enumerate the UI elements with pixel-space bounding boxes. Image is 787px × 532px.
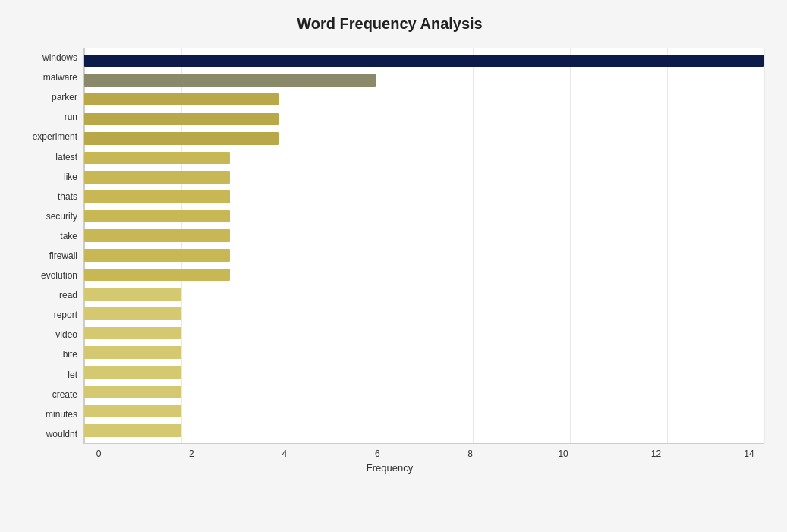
bar [84, 152, 230, 165]
x-axis-label: 10 [548, 449, 578, 459]
y-label: latest [55, 153, 77, 162]
y-label: parker [52, 93, 77, 102]
y-label: video [55, 330, 77, 339]
y-label: windows [42, 53, 77, 62]
bar [84, 405, 181, 417]
y-label: report [54, 310, 77, 320]
bar-row [84, 71, 764, 90]
y-label: experiment [33, 132, 77, 141]
bar [84, 55, 764, 68]
y-label: thats [58, 192, 77, 201]
bar [84, 74, 376, 87]
bar-row [84, 285, 764, 304]
bar [84, 171, 230, 184]
bar-row [84, 168, 764, 187]
y-labels: windowsmalwareparkerrunexperimentlatestl… [15, 48, 83, 444]
bar-row [84, 187, 764, 207]
y-label: run [65, 112, 77, 121]
x-axis-label: 12 [641, 449, 672, 459]
bar-row [84, 51, 764, 71]
bar-row [84, 323, 764, 343]
y-label: create [52, 390, 77, 399]
y-label: minutes [46, 410, 77, 419]
bars-and-grid [83, 48, 764, 444]
bar-row [84, 420, 764, 440]
bar-row [84, 148, 764, 168]
y-label: let [68, 370, 77, 379]
bar-row [84, 109, 764, 129]
y-label: evolution [41, 271, 77, 280]
bar-row [84, 90, 764, 109]
bar [84, 132, 279, 145]
plot-area: windowsmalwareparkerrunexperimentlatestl… [15, 48, 764, 444]
bars-wrapper [84, 48, 764, 443]
bar [84, 366, 181, 379]
bar-row [84, 265, 764, 285]
bar [84, 113, 279, 126]
bar [84, 346, 181, 359]
bar-row [84, 226, 764, 246]
x-axis-label: 4 [269, 449, 300, 459]
x-axis-label: 2 [176, 449, 206, 459]
bar-row [84, 304, 764, 324]
y-label: firewall [49, 251, 77, 260]
y-label: wouldnt [46, 430, 77, 439]
y-label: read [59, 291, 77, 300]
bar [84, 229, 230, 242]
chart-area: windowsmalwareparkerrunexperimentlatestl… [15, 48, 764, 474]
x-axis-label: 6 [362, 449, 392, 459]
y-label: security [46, 212, 77, 221]
bar-row [84, 401, 764, 421]
bar-row [84, 343, 764, 363]
y-label: malware [43, 73, 77, 82]
bar [84, 269, 230, 282]
bar [84, 327, 181, 340]
bar [84, 288, 181, 301]
chart-title: Word Frequency Analysis [15, 15, 764, 33]
bar-row [84, 129, 764, 149]
y-label: like [64, 172, 77, 181]
bar-row [84, 363, 764, 382]
x-axis-label: 0 [83, 449, 114, 459]
bar [84, 424, 181, 437]
grid-line [764, 48, 765, 443]
bar [84, 249, 230, 262]
y-label: bite [63, 350, 77, 359]
bar [84, 190, 230, 203]
chart-container: Word Frequency Analysis windowsmalwarepa… [0, 0, 787, 532]
bar [84, 93, 279, 106]
bar [84, 386, 181, 398]
x-axis-label: 8 [455, 449, 486, 459]
bar-row [84, 382, 764, 401]
x-axis-title: Frequency [15, 462, 764, 474]
bar-row [84, 206, 764, 226]
bar [84, 210, 230, 223]
x-axis-labels: 02468101214 [83, 449, 764, 459]
x-axis-label: 14 [734, 449, 764, 459]
bar [84, 307, 181, 320]
bar-row [84, 246, 764, 266]
y-label: take [60, 231, 77, 241]
